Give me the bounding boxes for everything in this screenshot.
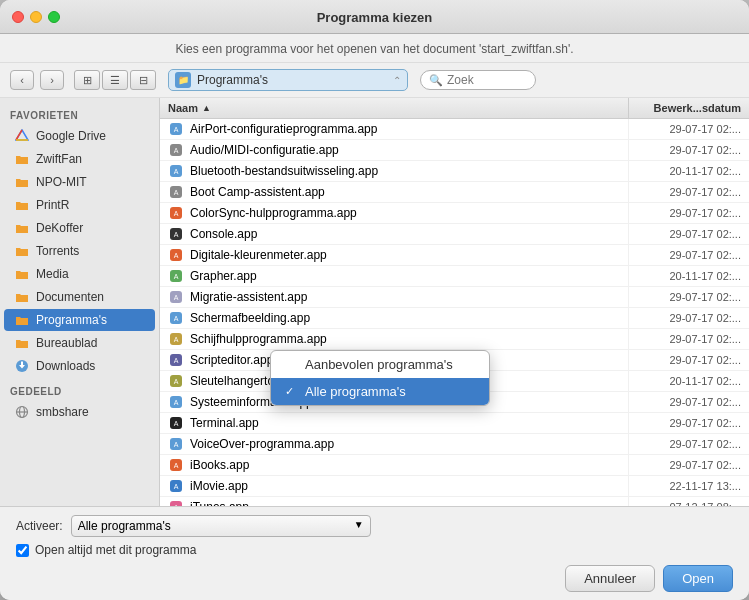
- table-row[interactable]: A Migratie-assistent.app 29-07-17 02:...: [160, 287, 749, 308]
- open-button[interactable]: Open: [663, 565, 733, 592]
- table-row[interactable]: A iTunes.app 07-12-17 08:...: [160, 497, 749, 506]
- file-name-cell: A AirPort-configuratieprogramma.app: [160, 119, 629, 139]
- svg-text:A: A: [174, 483, 179, 490]
- location-folder-icon: 📁: [175, 72, 191, 88]
- dropdown-item[interactable]: ✓ Alle programma's: [271, 378, 489, 405]
- table-row[interactable]: A iBooks.app 29-07-17 02:...: [160, 455, 749, 476]
- maximize-button[interactable]: [48, 11, 60, 23]
- file-name-text: Console.app: [190, 227, 257, 241]
- file-date-cell: 29-07-17 02:...: [629, 331, 749, 347]
- table-row[interactable]: A iMovie.app 22-11-17 13:...: [160, 476, 749, 497]
- column-view-button[interactable]: ⊟: [130, 70, 156, 90]
- location-selector[interactable]: 📁 Programma's ⌃: [168, 69, 408, 91]
- sidebar-item-printr[interactable]: PrintR: [4, 194, 155, 216]
- dropdown-item[interactable]: Aanbevolen programma's: [271, 351, 489, 378]
- app-script-icon: A: [168, 352, 184, 368]
- sidebar-item-documenten[interactable]: Documenten: [4, 286, 155, 308]
- app-audio-icon: A: [168, 142, 184, 158]
- file-name-cell: A iTunes.app: [160, 497, 629, 506]
- search-input[interactable]: [447, 73, 527, 87]
- file-date-cell: 29-07-17 02:...: [629, 226, 749, 242]
- search-box[interactable]: 🔍: [420, 70, 536, 90]
- icon-view-button[interactable]: ⊞: [74, 70, 100, 90]
- file-date-cell: 29-07-17 02:...: [629, 394, 749, 410]
- forward-button[interactable]: ›: [40, 70, 64, 90]
- activate-select[interactable]: Alle programma's ▼: [71, 515, 371, 537]
- file-name-cell: A iBooks.app: [160, 455, 629, 475]
- table-row[interactable]: A ColorSync-hulpprogramma.app 29-07-17 0…: [160, 203, 749, 224]
- sidebar-item-programmas[interactable]: Programma's: [4, 309, 155, 331]
- table-row[interactable]: A Boot Camp-assistent.app 29-07-17 02:..…: [160, 182, 749, 203]
- cancel-button[interactable]: Annuleer: [565, 565, 655, 592]
- table-row[interactable]: A Console.app 29-07-17 02:...: [160, 224, 749, 245]
- dropdown-item-label: Alle programma's: [305, 384, 406, 399]
- app-imovie-icon: A: [168, 478, 184, 494]
- file-name-text: AirPort-configuratieprogramma.app: [190, 122, 377, 136]
- file-date-cell: 29-07-17 02:...: [629, 121, 749, 137]
- table-row[interactable]: A Digitale-kleurenmeter.app 29-07-17 02:…: [160, 245, 749, 266]
- button-row: Annuleer Open: [16, 565, 733, 592]
- table-row[interactable]: A Grapher.app 20-11-17 02:...: [160, 266, 749, 287]
- file-name-cell: A Bluetooth-bestandsuitwisseling.app: [160, 161, 629, 181]
- file-date-cell: 29-07-17 02:...: [629, 289, 749, 305]
- sidebar-item-npo-mit[interactable]: NPO-MIT: [4, 171, 155, 193]
- sidebar-item-torrents[interactable]: Torrents: [4, 240, 155, 262]
- sidebar-item-smbshare[interactable]: smbshare: [4, 401, 155, 423]
- file-name-cell: A Grapher.app: [160, 266, 629, 286]
- activate-selected-text: Alle programma's: [78, 519, 171, 533]
- svg-text:A: A: [174, 315, 179, 322]
- svg-marker-0: [16, 130, 28, 140]
- file-date-cell: 29-07-17 02:...: [629, 205, 749, 221]
- file-list[interactable]: Naam ▲ Bewerk...sdatum A AirPort-configu…: [160, 98, 749, 506]
- file-name-text: iBooks.app: [190, 458, 249, 472]
- svg-text:A: A: [174, 336, 179, 343]
- file-name-text: Boot Camp-assistent.app: [190, 185, 325, 199]
- file-name-cell: A Schijfhulpprogramma.app: [160, 329, 629, 349]
- app-migrate-icon: A: [168, 289, 184, 305]
- shared-section-label: GEDEELD: [0, 378, 159, 400]
- name-column-header[interactable]: Naam ▲: [160, 98, 629, 118]
- sidebar-item-zwiftfan[interactable]: ZwiftFan: [4, 148, 155, 170]
- date-column-header[interactable]: Bewerk...sdatum: [629, 98, 749, 118]
- table-row[interactable]: A Audio/MIDI-configuratie.app 29-07-17 0…: [160, 140, 749, 161]
- svg-text:A: A: [174, 189, 179, 196]
- table-row[interactable]: A Schermafbeelding.app 29-07-17 02:...: [160, 308, 749, 329]
- sidebar-item-bureaublad[interactable]: Bureaublad: [4, 332, 155, 354]
- table-row[interactable]: A Terminal.app 29-07-17 02:...: [160, 413, 749, 434]
- app-bt-icon: A: [168, 163, 184, 179]
- activate-dropdown[interactable]: Aanbevolen programma's ✓ Alle programma'…: [270, 350, 490, 406]
- file-rows: A AirPort-configuratieprogramma.app 29-0…: [160, 119, 749, 506]
- sort-arrow-icon: ▲: [202, 103, 211, 113]
- app-wifi-icon: A: [168, 121, 184, 137]
- app-disk-icon: A: [168, 331, 184, 347]
- minimize-button[interactable]: [30, 11, 42, 23]
- file-name-text: Digitale-kleurenmeter.app: [190, 248, 327, 262]
- sidebar-item-dekoffer[interactable]: DeKoffer: [4, 217, 155, 239]
- sidebar-item-media[interactable]: Media: [4, 263, 155, 285]
- file-date-cell: 29-07-17 02:...: [629, 352, 749, 368]
- file-name-cell: A VoiceOver-programma.app: [160, 434, 629, 454]
- sidebar-item-downloads[interactable]: Downloads: [4, 355, 155, 377]
- file-date-cell: 29-07-17 02:...: [629, 436, 749, 452]
- file-date-cell: 29-07-17 02:...: [629, 415, 749, 431]
- always-open-label[interactable]: Open altijd met dit programma: [35, 543, 196, 557]
- table-row[interactable]: A VoiceOver-programma.app 29-07-17 02:..…: [160, 434, 749, 455]
- app-color2-icon: A: [168, 247, 184, 263]
- always-open-checkbox[interactable]: [16, 544, 29, 557]
- shared-items: smbshare: [0, 401, 159, 423]
- table-row[interactable]: A Bluetooth-bestandsuitwisseling.app 20-…: [160, 161, 749, 182]
- table-row[interactable]: A Schijfhulpprogramma.app 29-07-17 02:..…: [160, 329, 749, 350]
- sidebar-item-label: Programma's: [36, 313, 107, 327]
- folder-icon: [14, 266, 30, 282]
- sidebar-item-label: smbshare: [36, 405, 89, 419]
- sidebar-item-google-drive[interactable]: Google Drive: [4, 125, 155, 147]
- list-view-button[interactable]: ☰: [102, 70, 128, 90]
- search-icon: 🔍: [429, 74, 443, 87]
- back-button[interactable]: ‹: [10, 70, 34, 90]
- file-name-cell: A Console.app: [160, 224, 629, 244]
- folder-icon: [14, 220, 30, 236]
- close-button[interactable]: [12, 11, 24, 23]
- window-controls: [12, 11, 60, 23]
- table-row[interactable]: A AirPort-configuratieprogramma.app 29-0…: [160, 119, 749, 140]
- app-sysinfo-icon: A: [168, 394, 184, 410]
